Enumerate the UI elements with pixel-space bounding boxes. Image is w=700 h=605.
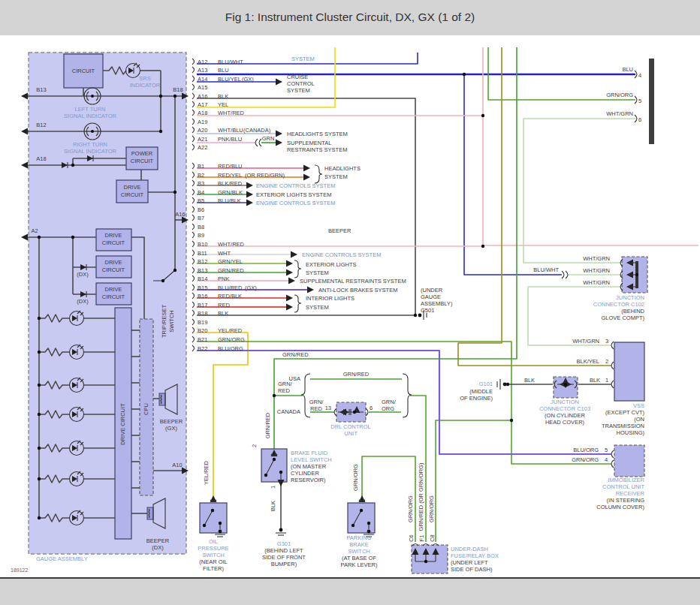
destinations-headlights_a: HEADLIGHTS SYSTEM [287, 131, 348, 137]
bottom-fuse_box-name-1: FUSE/RELAY BOX [451, 552, 499, 559]
pin-A14-note: (GX) [242, 76, 254, 83]
bottom-park-loc-0: (AT BASE OF [342, 555, 376, 561]
pin-A16-wire: BLK [218, 93, 228, 100]
pin-B16-wire: RED/BLK [218, 293, 242, 299]
under-dash-fuse-relay-box [412, 545, 448, 573]
pin-B16-id: B16 [198, 293, 207, 299]
bottom-park-wire: GRN/ORG [352, 464, 359, 491]
pin-B8-id: B8 [198, 224, 204, 230]
right-immobilizer-rows-0-pin: 5 [605, 447, 608, 453]
pin-A18-wire: WHT/RED [218, 110, 245, 116]
pin-B4-wire: GRN/BLK [218, 189, 243, 196]
gauge_assembly-srs-1: INDICATOR [130, 82, 161, 89]
bottom-fuse_box-pins-1: F1 [418, 535, 425, 542]
gauge_assembly-trip_reset_switch-1: SWITCH [168, 310, 175, 333]
destinations-interior_b1617-1: SYSTEM [306, 304, 329, 311]
bottom-grn_red_split-0: GRN/ [278, 381, 293, 387]
grounds-g301-loc-1: SIDE OF FRONT [262, 554, 306, 561]
pin-A17-id: A17 [198, 101, 207, 108]
destinations-beeper: BEEPER [328, 227, 352, 234]
bottom-oil-loc-0: (NEAR OIL [199, 558, 228, 565]
pin-A14-wire: BLU/YEL [218, 76, 241, 83]
gauge_assembly-pins-a16: A16 [175, 211, 185, 218]
gauge_assembly-pins-b12: B12 [36, 122, 46, 128]
gauge_assembly-pins-b13: B13 [36, 86, 46, 93]
gauge_assembly-trip_reset_switch-0: TRIP/RESET [161, 305, 167, 339]
bottom-fuse_box-pins-0: C6 [408, 534, 415, 542]
gauge_assembly-drive_circuit-1: CIRCUIT [102, 266, 125, 273]
destinations-engine_b3[interactable]: ENGINE CONTROLS SYSTEM [256, 182, 335, 189]
right-pin4-wire: BLU [622, 66, 633, 73]
gauge_assembly-cpu: CPU [143, 403, 149, 415]
right-immobilizer-name-0: IMMOBILIZER [608, 477, 644, 483]
figure_number: 189122 [11, 567, 28, 573]
pin-B22-id: B22 [198, 345, 207, 352]
pin-B10-id: B10 [198, 241, 207, 248]
pin-B14-wire: PNK [218, 275, 229, 282]
grounds-g501-3: G501 [421, 307, 434, 314]
right-vss-rows-1-pin: 2 [605, 358, 608, 365]
bottom-oil-name-1: PRESSURE [198, 545, 228, 552]
bottom-fuse_box-name-0: UNDER-DASH [451, 546, 488, 552]
pin-B7-id: B7 [198, 215, 204, 221]
gauge_assembly-drive_circuit_bar: DRIVE CIRCUIT [119, 403, 126, 445]
gauge_assembly-circuit_box: CIRCUIT [72, 68, 95, 74]
destinations-srs_a-0: SUPPLEMENTAL [287, 140, 331, 146]
gauge_assembly-right_turn-1: SIGNAL INDICATOR [64, 148, 116, 155]
right-vss-loc-3: HOUSING) [617, 429, 645, 436]
destinations-cruise-0: CRUISE [287, 74, 308, 80]
pin-A21-id: A21 [198, 136, 207, 143]
pin-A13-wire: BLU [218, 67, 229, 74]
bottom-grn_red_vert: GRN/RED [264, 412, 271, 438]
bottom-brake_fluid-name-1: LEVEL SWITCH [291, 456, 332, 463]
bottom-divider [0, 577, 700, 579]
pin-B15-id: B15 [198, 284, 207, 291]
pin-B13-wire: GRN/RED [218, 267, 244, 274]
right-c103-name-1: CONNECTOR C103 [539, 405, 590, 412]
destinations-interior_b1617-0: INTERIOR LIGHTS [306, 295, 355, 302]
bottom-oil-loc-1: FILTER) [203, 565, 224, 572]
pin-B6-id: B6 [198, 206, 204, 213]
pin-B5-id: B5 [198, 197, 204, 204]
pin-A17-wire: YEL [218, 101, 228, 108]
right-immobilizer-rows-1-pin: 4 [605, 456, 608, 463]
right-c102-wires-1: WHT/GRN [583, 267, 610, 274]
pin-B22-wire: BLU/ORG [218, 345, 243, 352]
pin-A20-id: A20 [198, 127, 207, 134]
grounds-g501-2: ASSEMBLY) [421, 300, 453, 307]
bottom-fuse_box-loc-1: SIDE OF DASH) [451, 566, 493, 573]
pin-B1-id: B1 [198, 163, 204, 170]
bottom-brake_fluid-loc-2: RESERVOIR) [291, 477, 326, 483]
gauge_assembly-right_turn-0: RIGHT TURN [73, 141, 107, 148]
bottom-grn_red_canada-1: RED [310, 405, 322, 412]
right-c102-loc-1: GLOVE COMPT) [601, 315, 644, 321]
beeper-speaker-icon [159, 393, 165, 405]
pin-B3-wire: BLK/RED [218, 180, 243, 187]
gauge_assembly-drive_circuit-1: CIRCUIT [121, 191, 144, 198]
destinations-headlights_b-0: HEADLIGHTS [324, 165, 361, 172]
destinations-abs_b15: ANTI-LOCK BRAKES SYSTEM [318, 287, 397, 293]
right-vss-rows-2-wire: BLK [590, 377, 600, 384]
pin-B15-wire: BLU/RED [218, 284, 243, 291]
right-vss-rows-0-pin: 3 [605, 338, 608, 345]
bottom-grn_red_canada-0: GRN/ [309, 399, 324, 405]
right-vss-loc-1: (ON [634, 416, 644, 423]
destinations-system_top[interactable]: SYSTEM [291, 56, 315, 62]
gauge_assembly-power_circuit-0: POWER [131, 150, 153, 157]
pin-A14-id: A14 [198, 76, 207, 83]
pin-A15-id: A15 [198, 84, 207, 91]
destinations-engine_b5[interactable]: ENGINE CONTROLS SYSTEM [256, 200, 335, 206]
gauge_assembly-pins-a18: A18 [36, 155, 46, 162]
right-immobilizer-rows-1-wire: GRN/ORG [572, 456, 599, 463]
bottom-grn_red_top: GRN/RED [282, 351, 309, 358]
pin-B9-id: B9 [198, 232, 204, 239]
right-c102-name-1: CONNECTOR C102 [593, 301, 644, 308]
destinations-engine_b11[interactable]: ENGINE CONTROLS SYSTEM [302, 251, 381, 258]
bottom-brake_fluid-pin2: 2 [251, 444, 258, 447]
gauge_assembly-drive_circuit-1: CIRCUIT [102, 239, 125, 246]
bottom-fuse_box-loc-0: (UNDER LEFT [451, 559, 488, 566]
bottom-oil-name-2: SWITCH [202, 552, 225, 558]
pin-B13-id: B13 [198, 267, 207, 274]
grounds-g101-loc-1: OF ENGINE) [460, 395, 493, 402]
pin-B20-wire: YEL/RED [218, 327, 243, 334]
